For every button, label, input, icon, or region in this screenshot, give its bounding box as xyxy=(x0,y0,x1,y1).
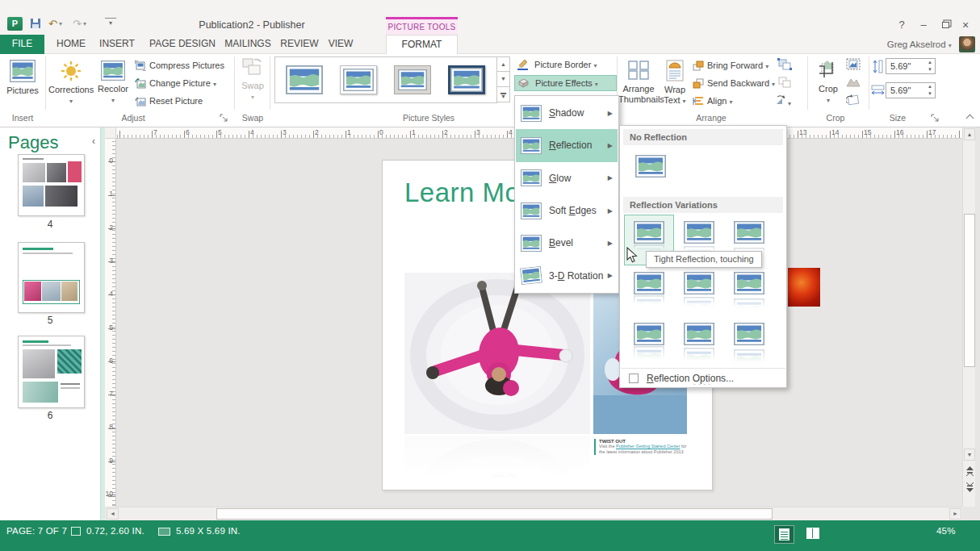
gallery-more-icon[interactable]: ▬▼ xyxy=(496,87,510,102)
height-spinner[interactable]: ▲▼ xyxy=(928,59,932,73)
zoom-level[interactable]: 45% xyxy=(936,526,956,536)
scroll-right-icon[interactable]: ► xyxy=(949,508,961,520)
change-picture-button[interactable]: Change Picture ▾ xyxy=(135,76,216,91)
pages-panel-collapse-icon[interactable]: ‹ xyxy=(92,136,95,147)
arrange-thumbnails-button[interactable]: ArrangeThumbnails xyxy=(618,56,659,110)
tab-format-active[interactable]: FORMAT xyxy=(386,35,458,54)
flower-photo[interactable] xyxy=(788,268,820,307)
restore-icon[interactable] xyxy=(937,19,953,31)
picture-effects-button[interactable]: Picture Effects ▾ xyxy=(514,75,617,91)
h-ruler-number: 0 xyxy=(379,128,383,136)
picture-style-option[interactable] xyxy=(442,61,492,99)
tab-mailings[interactable]: MAILINGS xyxy=(220,35,276,54)
scroll-down-icon[interactable]: ▼ xyxy=(964,449,975,461)
customize-quick-access-icon[interactable]: ▾ xyxy=(105,18,116,31)
send-backward-button[interactable]: Send Backward ▾ xyxy=(693,76,775,91)
menu-item-3d-rotation[interactable]: 3-D Rotation ▶ xyxy=(516,260,618,292)
menu-item-shadow[interactable]: Shadow ▶ xyxy=(516,97,618,129)
snow-angel-photo[interactable] xyxy=(404,273,590,434)
undo-button[interactable]: ↶▾ xyxy=(48,18,62,31)
group-objects-icon[interactable] xyxy=(777,58,792,74)
caption-link[interactable]: Publisher Getting Started Center xyxy=(616,444,681,449)
crop-to-shape-icon[interactable] xyxy=(846,76,861,91)
reflection-variation[interactable] xyxy=(724,265,774,316)
crop-to-picture-icon[interactable] xyxy=(846,58,861,73)
redo-dropdown-icon[interactable]: ▾ xyxy=(83,20,86,27)
reflection-variation[interactable] xyxy=(674,316,724,367)
reset-picture-button[interactable]: Reset Picture xyxy=(135,94,203,109)
recolor-button[interactable]: Recolor▾ xyxy=(94,56,132,110)
rotate-objects-icon[interactable]: ▾ xyxy=(773,94,791,109)
object-size[interactable]: 5.69 X 5.69 IN. xyxy=(176,526,241,536)
user-account[interactable]: Greg Akselrod ▾ xyxy=(887,36,975,54)
wrap-text-button[interactable]: WrapText ▾ xyxy=(660,56,689,110)
menu-resize-grip[interactable]: ···· xyxy=(620,382,786,387)
minimize-icon[interactable]: – xyxy=(915,19,932,31)
horizontal-scroll-thumb[interactable] xyxy=(216,508,773,520)
object-position[interactable]: 0.72, 2.60 IN. xyxy=(86,526,144,536)
picture-border-button[interactable]: Picture Border ▾ xyxy=(514,57,617,73)
h-ruler-number: 4 xyxy=(509,128,513,136)
shape-width-field[interactable]: 5.69" ▲▼ xyxy=(886,82,936,98)
page-thumbnail-5[interactable] xyxy=(18,242,85,313)
menu-item-bevel[interactable]: Bevel ▶ xyxy=(516,227,618,259)
tab-view[interactable]: VIEW xyxy=(323,35,358,54)
single-page-view-button[interactable] xyxy=(774,525,794,544)
scroll-up-icon[interactable]: ▲ xyxy=(964,128,975,140)
reflection-variation[interactable] xyxy=(724,316,774,367)
gallery-scroll-down-icon[interactable]: ▼ xyxy=(496,72,510,87)
page-caption[interactable]: TWIST OUT Visit the Publisher Getting St… xyxy=(594,439,689,455)
gallery-scroll-up-icon[interactable]: ▲ xyxy=(496,56,510,72)
tab-home[interactable]: HOME xyxy=(53,35,89,54)
user-dropdown-icon[interactable]: ▾ xyxy=(949,42,952,49)
close-icon[interactable]: × xyxy=(957,19,974,31)
tab-file[interactable]: FILE xyxy=(0,35,44,54)
crop-button[interactable]: Crop▾ xyxy=(812,56,844,110)
tab-review[interactable]: REVIEW xyxy=(276,35,323,54)
save-icon[interactable] xyxy=(30,18,42,31)
collapse-ribbon-icon[interactable] xyxy=(965,113,974,121)
no-reflection-option[interactable] xyxy=(630,148,672,190)
tab-insert[interactable]: INSERT xyxy=(94,35,140,54)
page-thumbnail-4[interactable] xyxy=(18,154,85,216)
redo-button[interactable]: ↷▾ xyxy=(73,18,86,31)
help-icon[interactable]: ? xyxy=(894,19,910,31)
reflection-variation[interactable] xyxy=(624,265,674,316)
ungroup-objects-icon[interactable] xyxy=(777,76,792,92)
h-ruler-number: 15 xyxy=(864,128,871,136)
pictures-button[interactable]: Pictures xyxy=(4,56,41,110)
previous-page-icon[interactable] xyxy=(965,465,974,479)
vertical-scroll-thumb[interactable] xyxy=(964,214,975,367)
menu-item-soft-edges[interactable]: Soft Edges ▶ xyxy=(516,194,618,227)
two-page-view-button[interactable] xyxy=(802,525,823,544)
clear-crop-icon[interactable] xyxy=(846,94,861,109)
publisher-app-icon[interactable]: P xyxy=(7,17,23,31)
scroll-left-icon[interactable]: ◄ xyxy=(107,508,119,520)
reflection-variation[interactable] xyxy=(674,265,724,316)
undo-dropdown-icon[interactable]: ▾ xyxy=(59,20,62,27)
h-ruler-number: 16 xyxy=(896,128,903,136)
page-thumbnail-6[interactable] xyxy=(18,336,85,408)
page-indicator[interactable]: PAGE: 7 OF 7 xyxy=(6,526,67,536)
shape-height-field[interactable]: 5.69" ▲▼ xyxy=(886,58,936,74)
picture-style-option[interactable] xyxy=(387,61,438,99)
picture-style-option[interactable] xyxy=(333,61,383,99)
corrections-button[interactable]: Corrections▾ xyxy=(48,56,94,110)
user-avatar[interactable] xyxy=(959,36,975,52)
align-button[interactable]: Align ▾ xyxy=(693,94,733,109)
menu-item-glow[interactable]: Glow ▶ xyxy=(516,162,618,194)
compress-pictures-button[interactable]: Compress Pictures xyxy=(135,58,224,73)
menu-item-reflection[interactable]: Reflection ▶ xyxy=(516,129,618,161)
h-ruler-number: 14 xyxy=(831,128,839,136)
adjust-dialog-launcher-icon[interactable] xyxy=(220,114,229,123)
picture-style-option[interactable] xyxy=(279,61,329,99)
tab-page-design[interactable]: PAGE DESIGN xyxy=(145,35,220,54)
next-page-icon[interactable] xyxy=(965,481,974,495)
width-spinner[interactable]: ▲▼ xyxy=(928,83,932,98)
size-dialog-launcher-icon[interactable] xyxy=(931,114,940,123)
reflection-variation[interactable] xyxy=(624,316,674,367)
soft-edges-effect-icon xyxy=(521,202,542,219)
swap-button[interactable]: Swap▾ xyxy=(237,56,268,110)
bring-forward-button[interactable]: Bring Forward ▾ xyxy=(693,58,769,73)
pages-panel-title: Pages xyxy=(8,132,58,153)
